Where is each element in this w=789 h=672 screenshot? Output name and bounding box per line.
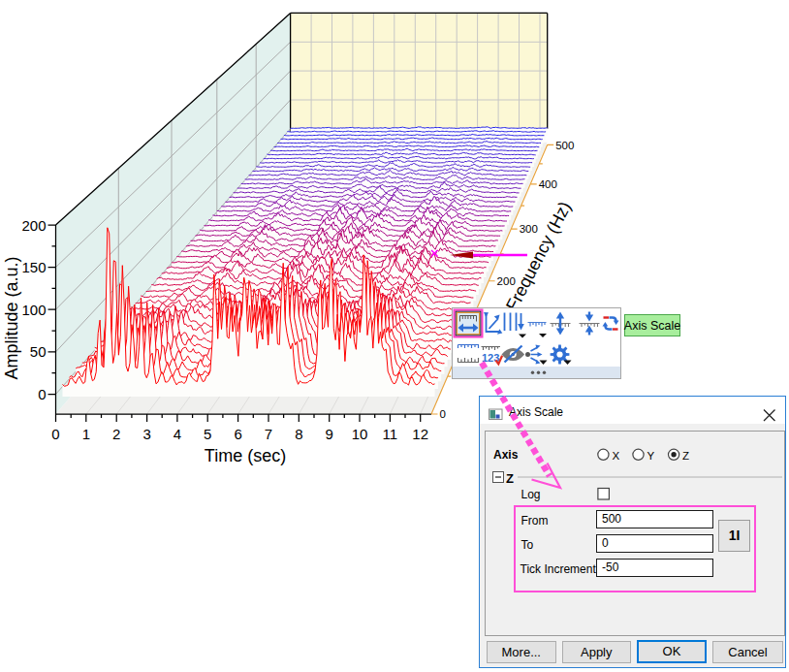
svg-text:7: 7 [265, 426, 272, 442]
svg-text:100: 100 [21, 302, 46, 318]
svg-text:0: 0 [51, 426, 59, 442]
svg-text:3: 3 [142, 426, 150, 442]
svg-text:5: 5 [204, 426, 211, 442]
svg-text:0: 0 [38, 386, 46, 402]
svg-text:8: 8 [295, 426, 302, 442]
svg-text:11: 11 [383, 426, 398, 442]
svg-text:9: 9 [326, 426, 333, 442]
svg-text:4: 4 [174, 426, 181, 442]
svg-text:150: 150 [21, 259, 46, 275]
svg-text:Amplitude (a.u.): Amplitude (a.u.) [2, 256, 21, 379]
svg-text:10: 10 [352, 426, 368, 442]
svg-text:12: 12 [412, 426, 428, 442]
svg-text:50: 50 [30, 343, 47, 360]
svg-text:0: 0 [440, 408, 446, 420]
svg-text:200: 200 [21, 217, 46, 234]
svg-text:6: 6 [234, 426, 241, 442]
svg-text:400: 400 [539, 178, 557, 190]
svg-text:300: 300 [520, 223, 538, 235]
svg-text:1: 1 [82, 426, 90, 442]
svg-text:500: 500 [555, 140, 574, 151]
svg-text:2: 2 [112, 426, 120, 442]
svg-text:Time (sec): Time (sec) [205, 446, 286, 465]
